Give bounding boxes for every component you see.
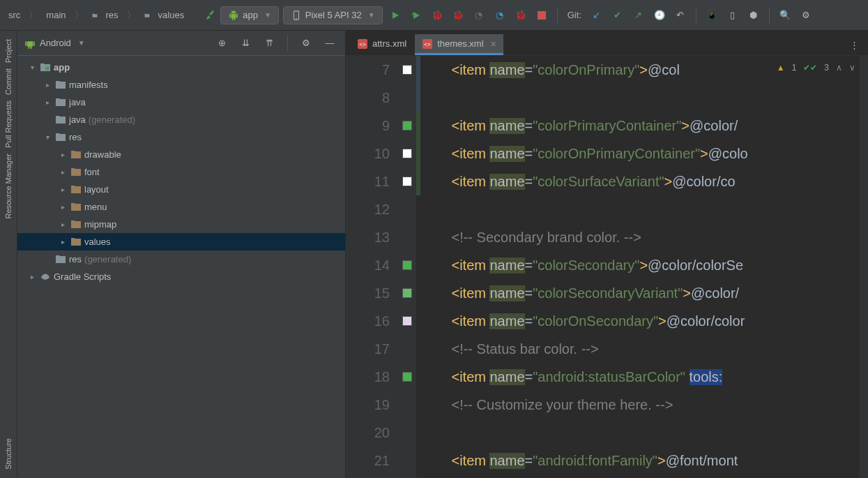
left-tab-pull-requests[interactable]: Pull Requests bbox=[3, 98, 14, 151]
color-swatch-icon[interactable] bbox=[402, 372, 412, 382]
tree-node-res[interactable]: res (generated) bbox=[17, 251, 345, 268]
code-line[interactable] bbox=[420, 84, 868, 112]
line-number[interactable]: 11 bbox=[346, 167, 390, 195]
tree-node-res[interactable]: ▾res bbox=[17, 128, 345, 146]
line-number[interactable]: 20 bbox=[346, 419, 390, 447]
breadcrumb-item[interactable]: res bbox=[103, 8, 121, 22]
breadcrumb[interactable]: src〉main〉res〉values bbox=[6, 8, 187, 23]
color-swatch-icon[interactable] bbox=[402, 149, 412, 158]
next-highlight-icon[interactable]: ∨ bbox=[849, 63, 855, 73]
avd-manager-icon[interactable]: 📱 bbox=[703, 7, 720, 24]
breadcrumb-item[interactable]: src bbox=[6, 8, 23, 22]
color-swatch-icon[interactable] bbox=[402, 288, 412, 298]
tree-node-java[interactable]: java (generated) bbox=[17, 111, 345, 128]
git-pull-icon[interactable]: ↙ bbox=[588, 7, 605, 24]
chevron-right-icon[interactable]: ▸ bbox=[58, 221, 68, 228]
line-number[interactable]: 14 bbox=[346, 251, 390, 279]
code-line[interactable]: <item name="colorSecondary">@color/color… bbox=[420, 251, 868, 279]
tabs-more-icon[interactable]: ⋮ bbox=[846, 36, 862, 53]
close-tab-icon[interactable]: × bbox=[491, 38, 496, 50]
attach-debugger-button[interactable]: 🐞 bbox=[512, 7, 529, 24]
editor-tab-themes-xml[interactable]: <>themes.xml× bbox=[415, 34, 503, 55]
left-tab-resource-manager[interactable]: Resource Manager bbox=[3, 151, 14, 222]
line-number[interactable]: 18 bbox=[346, 363, 390, 391]
chevron-down-icon[interactable]: ▾ bbox=[27, 64, 37, 71]
line-number[interactable]: 19 bbox=[346, 391, 390, 419]
line-number[interactable]: 17 bbox=[346, 335, 390, 363]
inspection-widget[interactable]: ▲1 ✔✔3 ∧ ∨ bbox=[774, 61, 858, 74]
color-swatch-icon[interactable] bbox=[402, 65, 412, 75]
code-editor[interactable]: 789101112131415161718192021 <item name="… bbox=[346, 56, 868, 478]
line-number[interactable]: 15 bbox=[346, 279, 390, 307]
device-selector[interactable]: Pixel 5 API 32 ▼ bbox=[283, 6, 383, 24]
color-swatch-icon[interactable] bbox=[402, 260, 412, 270]
search-icon[interactable]: 🔍 bbox=[777, 7, 793, 24]
line-number[interactable]: 8 bbox=[346, 84, 390, 112]
run-config-selector[interactable]: app ▼ bbox=[220, 6, 279, 24]
code-line[interactable]: <item name="android:fontFamily">@font/mo… bbox=[420, 447, 868, 475]
device-manager-icon[interactable]: ▯ bbox=[724, 7, 741, 24]
tree-node-app[interactable]: ▾app bbox=[17, 59, 345, 76]
line-number[interactable]: 13 bbox=[346, 223, 390, 251]
chevron-right-icon[interactable]: ▸ bbox=[58, 203, 68, 211]
breadcrumb-item[interactable]: main bbox=[43, 8, 68, 22]
left-tab-project[interactable]: Project bbox=[3, 36, 14, 66]
breadcrumb-item[interactable]: values bbox=[155, 8, 188, 22]
git-revert-icon[interactable]: ↶ bbox=[672, 7, 689, 24]
hammer-icon[interactable] bbox=[205, 10, 216, 21]
run-button[interactable] bbox=[387, 7, 404, 24]
debug-button[interactable]: 🐞 bbox=[429, 7, 446, 24]
project-tree[interactable]: ▾app▸manifests▸javajava (generated)▾res▸… bbox=[17, 56, 345, 478]
code-line[interactable] bbox=[420, 419, 868, 447]
code-line[interactable]: <!-- Secondary brand color. --> bbox=[420, 223, 868, 251]
line-number[interactable]: 16 bbox=[346, 307, 390, 335]
tree-node-java[interactable]: ▸java bbox=[17, 94, 345, 111]
code-line[interactable]: <item name="colorOnSecondary">@color/col… bbox=[420, 307, 868, 335]
sdk-manager-icon[interactable]: ⬢ bbox=[745, 7, 762, 24]
git-commit-icon[interactable]: ✔ bbox=[609, 7, 626, 24]
stop-button[interactable] bbox=[533, 7, 550, 24]
tree-node-manifests[interactable]: ▸manifests bbox=[17, 76, 345, 94]
panel-settings-icon[interactable]: ⚙ bbox=[298, 35, 314, 52]
tree-node-drawable[interactable]: ▸drawable bbox=[17, 146, 345, 163]
code-line[interactable]: <item name="colorOnPrimaryContainer">@co… bbox=[420, 140, 868, 167]
collapse-all-icon[interactable]: ⇈ bbox=[261, 35, 277, 52]
project-view-mode[interactable]: Android ▼ bbox=[24, 38, 85, 49]
hide-panel-icon[interactable]: — bbox=[321, 35, 338, 52]
prev-highlight-icon[interactable]: ∧ bbox=[836, 63, 842, 73]
code-line[interactable]: <item name="colorPrimaryContainer">@colo… bbox=[420, 112, 868, 140]
tree-node-font[interactable]: ▸font bbox=[17, 163, 345, 181]
chevron-down-icon[interactable]: ▾ bbox=[43, 133, 52, 141]
line-gutter[interactable]: 789101112131415161718192021 bbox=[346, 56, 398, 478]
git-history-icon[interactable]: 🕘 bbox=[651, 7, 668, 24]
tree-node-mipmap[interactable]: ▸mipmap bbox=[17, 216, 345, 233]
chevron-right-icon[interactable]: ▸ bbox=[58, 238, 68, 246]
chevron-right-icon[interactable]: ▸ bbox=[58, 186, 68, 193]
coverage-button[interactable]: 🐞 bbox=[450, 7, 466, 24]
code-line[interactable]: <!-- Customize your theme here. --> bbox=[420, 391, 868, 419]
line-number[interactable]: 7 bbox=[346, 56, 390, 84]
chevron-right-icon[interactable]: ▸ bbox=[58, 151, 68, 158]
line-number[interactable]: 9 bbox=[346, 112, 390, 140]
code-line[interactable]: <item name="android:statusBarColor" tool… bbox=[420, 363, 868, 391]
code-pane[interactable]: <item name="colorOnPrimary">@col <item n… bbox=[420, 56, 868, 478]
left-tab-structure[interactable]: Structure bbox=[3, 435, 14, 472]
tree-node-layout[interactable]: ▸layout bbox=[17, 181, 345, 198]
chevron-right-icon[interactable]: ▸ bbox=[58, 168, 68, 176]
tree-node-menu[interactable]: ▸menu bbox=[17, 198, 345, 216]
settings-icon[interactable]: ⚙ bbox=[798, 7, 814, 24]
app-inspection-button[interactable]: ◔ bbox=[492, 7, 508, 24]
code-line[interactable] bbox=[420, 195, 868, 223]
expand-all-icon[interactable]: ⇊ bbox=[237, 35, 254, 52]
select-opened-file-icon[interactable]: ⊕ bbox=[213, 35, 230, 52]
color-swatch-icon[interactable] bbox=[402, 121, 412, 130]
chevron-right-icon[interactable]: ▸ bbox=[43, 98, 52, 106]
code-line[interactable]: <!-- Status bar color. --> bbox=[420, 335, 868, 363]
chevron-right-icon[interactable]: ▸ bbox=[43, 81, 52, 89]
tree-node-gradle scripts[interactable]: ▸Gradle Scripts bbox=[17, 268, 345, 285]
rerun-button[interactable] bbox=[408, 7, 425, 24]
color-swatch-icon[interactable] bbox=[402, 177, 412, 186]
line-number[interactable]: 12 bbox=[346, 195, 390, 223]
code-line[interactable]: <item name="colorSurfaceVariant">@color/… bbox=[420, 167, 868, 195]
tree-node-values[interactable]: ▸values bbox=[17, 233, 345, 251]
